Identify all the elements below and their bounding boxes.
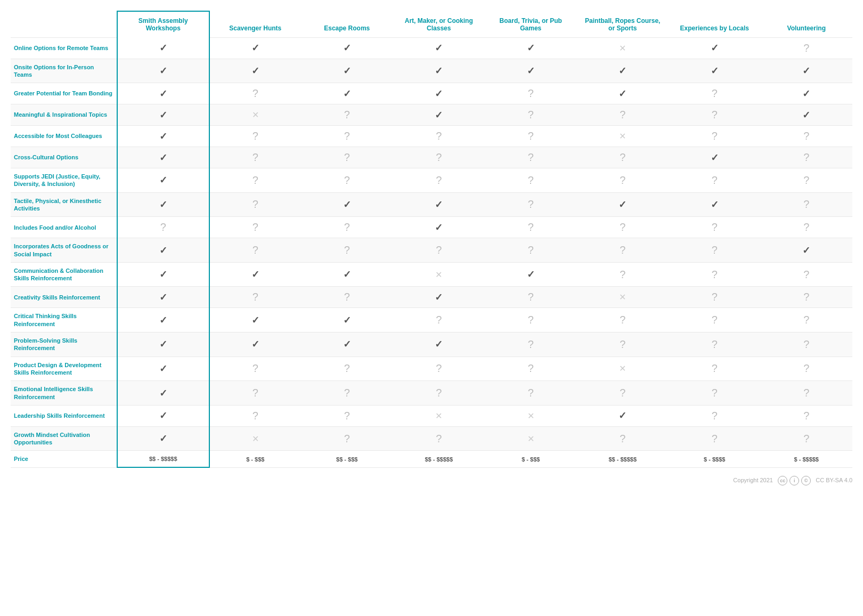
cell-scavenger: ? (209, 217, 302, 238)
cell-art: ? (393, 168, 485, 193)
check-icon: ✓ (159, 152, 167, 163)
question-icon: ? (712, 87, 718, 99)
cell-label: Onsite Options for In-Person Teams (11, 59, 117, 83)
column-header-board: Board, Trivia, or Pub Games (485, 11, 577, 37)
cell-label: Greater Potential for Team Bonding (11, 83, 117, 104)
question-icon: ? (253, 387, 258, 399)
cell-volunteering: ✓ (761, 59, 853, 83)
cell-paintball: ? (577, 238, 669, 263)
cell-board: ? (485, 83, 577, 104)
table-row: Greater Potential for Team Bonding✓?✓✓?✓… (11, 83, 852, 104)
check-icon: ✓ (343, 66, 351, 76)
question-icon: ? (344, 151, 350, 163)
cell-experiences: ? (669, 405, 761, 426)
cell-board: ? (485, 381, 577, 406)
cell-smith: ✓ (117, 356, 209, 381)
question-icon: ? (803, 42, 809, 54)
question-icon: ? (344, 244, 350, 256)
cell-volunteering: ✓ (761, 83, 853, 104)
question-icon: ? (344, 221, 350, 233)
cell-smith: ✓ (117, 104, 209, 126)
cell-label: Problem-Solving Skills Reinforcement (11, 333, 117, 357)
cell-scavenger: ? (209, 381, 302, 406)
question-icon: ? (528, 174, 534, 186)
cell-escape: ? (301, 356, 393, 381)
question-icon: ? (436, 314, 442, 326)
check-icon: ✓ (802, 110, 810, 120)
cell-volunteering: ? (761, 405, 853, 426)
cell-experiences: ? (669, 381, 761, 406)
question-icon: ? (620, 109, 625, 120)
question-icon: ? (620, 338, 625, 350)
check-icon: ✓ (159, 315, 167, 326)
cell-art: ✓ (393, 192, 485, 217)
cell-volunteering: ? (761, 126, 853, 147)
cell-paintball: ✕ (577, 287, 669, 308)
question-icon: ? (712, 269, 718, 280)
table-row: Creativity Skills Reinforcement✓??✓?✕?? (11, 287, 852, 308)
license-icons: cc i © (778, 476, 811, 485)
question-icon: ? (803, 198, 809, 210)
check-icon: ✓ (435, 339, 443, 350)
cell-art: ? (393, 126, 485, 147)
cross-icon: ✕ (527, 434, 534, 443)
cell-escape: ? (301, 147, 393, 168)
question-icon: ? (528, 221, 534, 233)
cell-escape: ✓ (301, 83, 393, 104)
check-icon: ✓ (251, 339, 259, 350)
cell-paintball: ✓ (577, 405, 669, 426)
cell-paintball: ? (577, 381, 669, 406)
check-icon: ✓ (527, 269, 535, 280)
question-icon: ? (344, 130, 350, 142)
check-icon: ✓ (159, 269, 167, 280)
cell-label: Meaningful & Inspirational Topics (11, 104, 117, 126)
cell-label: Product Design & Development Skills Rein… (11, 356, 117, 381)
cell-board: ? (485, 168, 577, 193)
cell-board: ✕ (485, 426, 577, 451)
cell-paintball: ? (577, 147, 669, 168)
question-icon: ? (436, 130, 442, 142)
license-text: CC BY-SA 4.0 (816, 477, 852, 483)
cell-experiences: ? (669, 308, 761, 333)
cell-paintball: ? (577, 426, 669, 451)
cross-icon: ✕ (435, 411, 442, 420)
cell-art: ? (393, 147, 485, 168)
question-icon: ? (620, 314, 625, 326)
question-icon: ? (253, 362, 258, 374)
question-icon: ? (528, 314, 534, 326)
question-icon: ? (803, 291, 809, 303)
check-icon: ✓ (343, 88, 351, 99)
cell-smith: ✓ (117, 37, 209, 59)
question-icon: ? (803, 362, 809, 374)
cell-label: Includes Food and/or Alcohol (11, 217, 117, 238)
cell-board: ? (485, 308, 577, 333)
column-header-label (11, 11, 117, 37)
check-icon: ✓ (802, 88, 810, 99)
cell-escape: ? (301, 287, 393, 308)
check-icon: ✓ (251, 43, 259, 53)
question-icon: ? (528, 109, 534, 120)
cell-smith: ✓ (117, 287, 209, 308)
question-icon: ? (528, 387, 534, 399)
cell-label: Leadership Skills Reinforcement (11, 405, 117, 426)
cell-scavenger: $ - $$$ (209, 451, 302, 467)
question-icon: ? (803, 314, 809, 326)
column-header-paintball: Paintball, Ropes Course, or Sports (577, 11, 669, 37)
table-row: Tactile, Physical, or Kinesthetic Activi… (11, 192, 852, 217)
question-icon: ? (528, 198, 534, 210)
question-icon: ? (712, 410, 718, 422)
question-icon: ? (803, 269, 809, 280)
cell-paintball: ✕ (577, 37, 669, 59)
cell-volunteering: ? (761, 381, 853, 406)
cell-smith: ✓ (117, 381, 209, 406)
cell-board: ? (485, 333, 577, 357)
cell-smith: ✓ (117, 333, 209, 357)
cell-art: ? (393, 308, 485, 333)
column-header-escape: Escape Rooms (301, 11, 393, 37)
question-icon: ? (803, 221, 809, 233)
cell-scavenger: ? (209, 405, 302, 426)
check-icon: ✓ (435, 292, 443, 303)
question-icon: ? (620, 151, 625, 163)
table-row: Cross-Cultural Options✓?????✓? (11, 147, 852, 168)
cell-scavenger: ? (209, 356, 302, 381)
